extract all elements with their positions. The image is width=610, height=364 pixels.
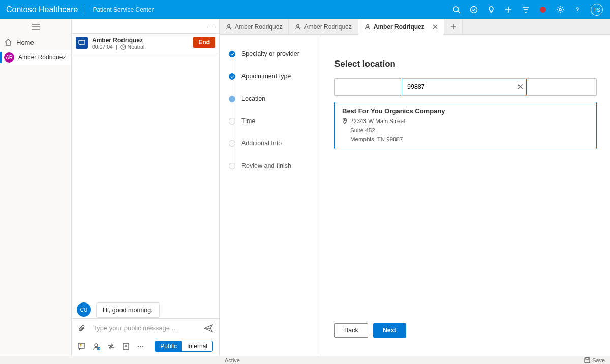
step-location[interactable]: Location <box>229 87 321 110</box>
session-header: Amber Rodriquez 00:07:04 | Neutral End <box>72 34 219 53</box>
svg-point-6 <box>559 9 561 11</box>
nav-session-label: Amber Rodriquez <box>18 54 66 61</box>
status-active: Active <box>225 357 240 363</box>
svg-point-0 <box>453 7 459 12</box>
svg-rect-37 <box>586 358 589 359</box>
quick-reply-icon[interactable] <box>78 343 85 350</box>
add-icon[interactable] <box>500 2 516 18</box>
transfer-icon[interactable] <box>107 343 115 350</box>
help-icon[interactable] <box>569 2 586 18</box>
home-icon <box>4 38 12 46</box>
session-timer: 00:07:04 <box>92 44 113 50</box>
minimize-icon <box>208 26 215 26</box>
status-save[interactable]: Save <box>592 357 605 363</box>
result-name: Best For You Organics Company <box>342 107 589 115</box>
search-icon[interactable] <box>448 2 465 18</box>
compose-input[interactable] <box>92 324 198 332</box>
global-header: Contoso Healthcare Patient Service Cente… <box>0 0 610 19</box>
consult-icon[interactable] <box>93 343 100 350</box>
toggle-internal[interactable]: Internal <box>182 341 212 351</box>
person-icon <box>226 24 232 30</box>
end-session-button[interactable]: End <box>193 37 215 48</box>
chat-channel-icon <box>76 37 88 49</box>
brand-divider <box>85 5 85 15</box>
tab-2[interactable]: Amber Rodriquez <box>289 19 358 34</box>
header-actions <box>448 2 586 18</box>
session-minimize[interactable] <box>72 19 219 34</box>
svg-point-14 <box>124 46 124 47</box>
clear-icon[interactable] <box>517 84 523 90</box>
send-icon[interactable] <box>204 324 213 332</box>
step-specialty[interactable]: Specialty or provider <box>229 43 321 65</box>
svg-point-13 <box>122 46 123 47</box>
wizard-steps: Specialty or provider Appointment type L… <box>220 35 321 356</box>
visibility-toggle[interactable]: Public Internal <box>155 341 213 352</box>
svg-point-26 <box>228 24 230 27</box>
lightbulb-icon[interactable] <box>483 2 499 18</box>
chat-transcript: CU Hi, good morning. Customer · 12:12 AM <box>72 53 219 318</box>
search-result[interactable]: Best For You Organics Company 22343 W Ma… <box>334 102 597 149</box>
svg-point-25 <box>142 346 143 347</box>
step-appointment-type[interactable]: Appointment type <box>229 65 321 87</box>
nav-avatar: AR <box>4 52 14 63</box>
session-customer-name: Amber Rodriquez <box>92 37 189 44</box>
tab-strip: Amber Rodriquez Amber Rodriquez Amber Ro… <box>220 19 610 35</box>
back-button[interactable]: Back <box>334 323 368 338</box>
location-selected[interactable] <box>335 79 402 95</box>
svg-point-28 <box>366 24 369 27</box>
more-icon[interactable] <box>137 343 144 350</box>
nav-home-label: Home <box>16 39 34 46</box>
hamburger-icon[interactable] <box>0 19 71 35</box>
wizard-nav: Back Next <box>334 316 597 345</box>
location-search[interactable] <box>402 79 527 95</box>
next-button[interactable]: Next <box>373 323 406 338</box>
location-field <box>334 78 597 96</box>
form-pane: Select location Best For You Organics Co… <box>321 35 610 356</box>
user-avatar[interactable]: PS <box>591 4 603 16</box>
compose-toolbar: Public Internal <box>72 338 219 356</box>
svg-rect-17 <box>78 343 85 348</box>
sentiment-badge: Neutral <box>120 44 145 50</box>
new-tab-button[interactable] <box>444 19 463 34</box>
brand-name: Contoso Healthcare <box>4 5 84 14</box>
result-line3: Memphis, TN 99887 <box>350 135 405 144</box>
tab-1[interactable]: Amber Rodriquez <box>220 19 289 34</box>
close-tab-icon[interactable] <box>433 24 438 29</box>
result-line2: Suite 452 <box>350 126 405 135</box>
svg-rect-11 <box>79 40 85 44</box>
session-pane: Amber Rodriquez 00:07:04 | Neutral End C… <box>72 19 220 356</box>
chat-message: CU Hi, good morning. <box>77 302 214 318</box>
main-area: Amber Rodriquez Amber Rodriquez Amber Ro… <box>220 19 610 356</box>
svg-point-7 <box>577 12 577 12</box>
app-name: Patient Service Center <box>86 6 160 13</box>
attach-icon[interactable] <box>78 324 86 332</box>
form-title: Select location <box>334 59 597 69</box>
step-additional-info: Additional Info <box>229 132 321 155</box>
svg-point-35 <box>344 119 345 120</box>
svg-point-2 <box>471 7 477 13</box>
svg-point-12 <box>121 45 126 49</box>
record-icon[interactable] <box>535 2 551 18</box>
location-search-input[interactable] <box>406 83 512 91</box>
person-icon <box>295 24 301 30</box>
svg-point-27 <box>297 24 299 27</box>
svg-point-24 <box>140 346 141 347</box>
tab-3-active[interactable]: Amber Rodriquez <box>358 19 444 34</box>
svg-point-23 <box>138 346 139 347</box>
notes-icon[interactable] <box>122 343 130 350</box>
settings-icon[interactable] <box>552 2 568 18</box>
task-icon[interactable] <box>466 2 482 18</box>
nav-home[interactable]: Home <box>0 35 71 50</box>
msg-bubble: Hi, good morning. <box>96 302 160 318</box>
svg-point-18 <box>95 344 98 347</box>
person-icon <box>364 24 371 30</box>
left-rail: Home AR Amber Rodriquez <box>0 19 72 356</box>
msg-avatar: CU <box>77 302 91 317</box>
save-icon[interactable] <box>584 357 590 363</box>
compose-bar <box>72 319 219 338</box>
map-pin-icon <box>342 118 347 124</box>
toggle-public[interactable]: Public <box>155 341 182 351</box>
filter-icon[interactable] <box>517 2 534 18</box>
nav-session-active[interactable]: AR Amber Rodriquez <box>0 50 71 65</box>
result-line1: 22343 W Main Street <box>350 117 405 126</box>
